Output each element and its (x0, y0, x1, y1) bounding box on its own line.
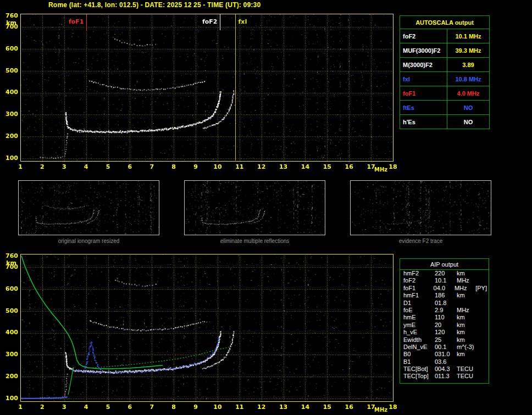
autoscala-row-value: 10.8 MHz (447, 72, 490, 86)
autoscala-row-label: M(3000)F2 (400, 58, 447, 72)
aip-row-label: B1 (403, 358, 435, 366)
aip-row: foF210.1MHz (400, 277, 489, 284)
aip-row-extra: [PY] (475, 285, 489, 292)
aip-row-extra (479, 344, 489, 351)
aip-row: Ewidth25km (400, 336, 489, 344)
thumbnail-multiples-removed (184, 180, 325, 235)
autoscala-table-title: AUTOSCALA output (400, 16, 490, 29)
aip-row: B103.6 (400, 358, 489, 366)
aip-row-label: foE (403, 307, 435, 314)
autoscala-row-value: NO (447, 101, 490, 115)
autoscala-row-label: foF1 (400, 86, 447, 101)
autoscala-row: foF1 4.0 MHz (400, 86, 490, 101)
aip-row-unit: TECU (457, 373, 479, 380)
thumbnail-caption: eliminate multiple reflections (184, 238, 325, 244)
aip-row: TEC[Bot]004.3TECU (400, 366, 489, 373)
aip-row: B0031.0km (400, 351, 489, 358)
aip-row-value: 004.3 (435, 366, 457, 373)
aip-row-label: ymE (403, 322, 435, 329)
aip-row-unit (457, 300, 479, 307)
autoscala-row: foF2 10.1 MHz (400, 29, 490, 43)
aip-row-unit: MHz (457, 307, 479, 314)
aip-row-label: Ewidth (403, 336, 435, 344)
autoscala-row: h'Es NO (400, 115, 490, 129)
aip-row-extra (479, 329, 489, 336)
aip-row-unit (457, 358, 479, 366)
aip-row-unit: km (457, 336, 479, 344)
aip-row-label: hmF2 (403, 270, 435, 277)
thumbnail-caption: evidence F2 trace (350, 238, 491, 244)
aip-row-unit: km (457, 322, 479, 329)
autoscala-row: MUF(3000)F2 39.3 MHz (400, 43, 490, 58)
aip-row-value: 120 (435, 329, 457, 336)
aip-row-value: 110 (435, 314, 457, 321)
aip-row-unit: MHz (457, 277, 479, 284)
aip-row: hmF2220km (400, 270, 489, 277)
aip-row-label: hmF1 (403, 292, 435, 299)
aip-row-unit: MHz (455, 285, 475, 292)
aip-row-unit: km (457, 292, 479, 299)
aip-row-extra (479, 336, 489, 344)
autoscala-row-label: ftEs (400, 101, 447, 115)
aip-row-label: foF1 (403, 285, 434, 292)
aip-row-unit: m^(-3) (457, 344, 479, 351)
top-ionogram-plot (3, 10, 397, 173)
aip-row-label: DelN_vE (403, 344, 435, 351)
aip-output-panel: AIP output hmF2220km foF210.1MHz foF104.… (400, 258, 489, 384)
aip-row-unit: TECU (457, 366, 479, 373)
aip-row-extra (479, 322, 489, 329)
autoscala-row-value: 39.3 MHz (447, 43, 490, 58)
aip-row-unit: km (457, 329, 479, 336)
aip-row-value: 04.0 (434, 285, 455, 292)
thumbnail-caption: original ionogram resized (18, 238, 159, 244)
autoscala-row-label: foF2 (400, 29, 447, 43)
aip-row-value: 25 (435, 336, 457, 344)
aip-row-extra (479, 351, 489, 358)
aip-row-extra (479, 292, 489, 299)
aip-row: hmE110km (400, 314, 489, 321)
aip-row-value: 031.0 (435, 351, 457, 358)
aip-row: hmF1186km (400, 292, 489, 299)
aip-row-extra (479, 373, 489, 380)
aip-row: D101.8 (400, 300, 489, 307)
thumbnail-f2-evidence (350, 180, 491, 235)
autoscala-row-value: NO (447, 115, 490, 129)
aip-row-extra (479, 358, 489, 366)
aip-panel-title: AIP output (400, 259, 489, 270)
autoscala-row-value: 3.89 (447, 58, 490, 72)
autoscala-row: M(3000)F2 3.89 (400, 58, 490, 72)
autoscala-row-label: MUF(3000)F2 (400, 43, 447, 58)
aip-row-extra (479, 314, 489, 321)
aip-row-label: TEC[Top] (403, 373, 435, 380)
aip-row: foE2.9MHz (400, 307, 489, 314)
aip-row-extra (479, 300, 489, 307)
aip-row-label: hmE (403, 314, 435, 321)
aip-row-value: 10.1 (435, 277, 457, 284)
aip-row-value: 011.3 (435, 373, 457, 380)
aip-row: TEC[Top]011.3TECU (400, 373, 489, 380)
aip-row-extra (479, 277, 489, 284)
thumbnail-original-ionogram (18, 180, 159, 235)
aip-row-label: TEC[Bot] (403, 366, 435, 373)
aip-row-label: h_vE (403, 329, 435, 336)
aip-row: ymE20km (400, 322, 489, 329)
autoscala-row-label: h'Es (400, 115, 447, 129)
aip-row-label: foF2 (403, 277, 435, 284)
aip-row: DelN_vE00.1m^(-3) (400, 344, 489, 351)
aip-row-unit: km (457, 270, 479, 277)
page-title: Rome (lat: +41.8, lon: 012.5) - DATE: 20… (48, 1, 261, 9)
aip-row-value: 00.1 (435, 344, 457, 351)
aip-row-value: 03.6 (435, 358, 457, 366)
autoscala-row: fxI 10.8 MHz (400, 72, 490, 86)
bottom-ionogram-profile-plot (3, 250, 397, 413)
aip-row-extra (479, 270, 489, 277)
aip-row-value: 20 (435, 322, 457, 329)
autoscala-output-table: AUTOSCALA output foF2 10.1 MHz MUF(3000)… (400, 15, 490, 129)
autoscala-row: ftEs NO (400, 101, 490, 115)
aip-row-extra (479, 307, 489, 314)
aip-row-value: 220 (435, 270, 457, 277)
aip-row-value: 01.8 (435, 300, 457, 307)
autoscala-row-label: fxI (400, 72, 447, 86)
aip-row: foF104.0MHz[PY] (400, 285, 489, 292)
aip-row: h_vE120km (400, 329, 489, 336)
